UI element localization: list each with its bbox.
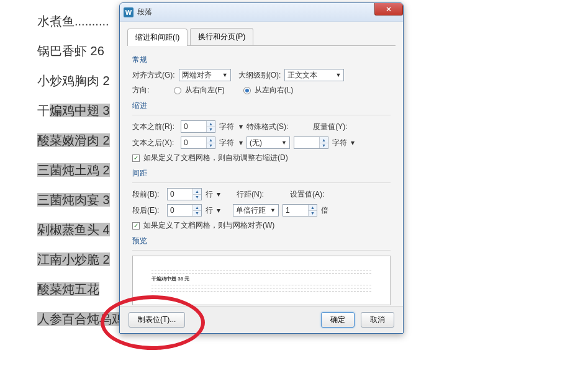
align-label: 对齐方式(G): bbox=[132, 70, 175, 81]
unit-char: 字符 bbox=[332, 138, 347, 148]
before-para-value: 0 bbox=[168, 189, 192, 200]
set-value-label: 设置值(A): bbox=[290, 189, 324, 200]
spin-down-icon[interactable]: ▼ bbox=[193, 211, 201, 217]
after-para-value: 0 bbox=[168, 205, 192, 216]
tabs-button[interactable]: 制表位(T)... bbox=[129, 312, 185, 328]
set-value-spinner[interactable]: 1 ▲▼ bbox=[283, 204, 317, 217]
spin-up-icon[interactable]: ▲ bbox=[320, 137, 328, 143]
paragraph-dialog: W 段落 ✕ 缩进和间距(I) 换行和分页(P) 常规 对齐方式(G): 两端对… bbox=[119, 2, 404, 334]
chevron-down-icon: ▼ bbox=[281, 140, 287, 146]
auto-indent-label: 如果定义了文档网格，则自动调整右缩进(D) bbox=[143, 153, 288, 163]
chevron-down-icon: ▼ bbox=[222, 72, 228, 78]
special-combo[interactable]: (无) ▼ bbox=[247, 136, 290, 149]
section-general: 常规 bbox=[132, 55, 391, 65]
spin-up-icon[interactable]: ▲ bbox=[207, 137, 215, 143]
rtl-label: 从右向左(F) bbox=[185, 85, 224, 96]
spin-down-icon[interactable]: ▼ bbox=[207, 143, 215, 149]
ok-button[interactable]: 确定 bbox=[321, 312, 355, 328]
line-spacing-combo[interactable]: 单倍行距 ▼ bbox=[233, 204, 279, 217]
align-value: 两端对齐 bbox=[182, 70, 212, 81]
spin-down-icon[interactable]: ▼ bbox=[320, 143, 328, 149]
before-text-label: 文本之前(R): bbox=[132, 122, 177, 132]
line-spacing-value: 单倍行距 bbox=[236, 205, 266, 216]
measure-value bbox=[294, 137, 319, 148]
titlebar[interactable]: W 段落 ✕ bbox=[120, 3, 403, 22]
section-spacing: 间距 bbox=[132, 168, 391, 179]
rtl-radio[interactable] bbox=[174, 87, 181, 94]
spin-down-icon[interactable]: ▼ bbox=[309, 211, 317, 217]
close-button[interactable]: ✕ bbox=[374, 3, 403, 16]
tab-line-page-breaks[interactable]: 换行和分页(P) bbox=[190, 28, 253, 45]
spin-down-icon[interactable]: ▼ bbox=[193, 195, 201, 200]
after-para-spinner[interactable]: 0 ▲▼ bbox=[167, 204, 202, 217]
ltr-label: 从左向右(L) bbox=[255, 85, 294, 96]
after-text-label: 文本之后(X): bbox=[132, 138, 177, 148]
align-combo[interactable]: 两端对齐 ▼ bbox=[179, 69, 231, 81]
measure-label: 度量值(Y): bbox=[313, 122, 347, 132]
before-text-value: 0 bbox=[181, 121, 206, 132]
line-spacing-label: 行距(N): bbox=[237, 189, 264, 200]
spin-down-icon[interactable]: ▼ bbox=[207, 127, 215, 133]
dialog-content: 常规 对齐方式(G): 两端对齐 ▼ 大纲级别(O): 正文文本 ▼ 方向: 从… bbox=[120, 46, 403, 309]
before-text-spinner[interactable]: 0 ▲▼ bbox=[181, 120, 215, 133]
outline-combo[interactable]: 正文文本 ▼ bbox=[284, 69, 344, 81]
align-grid-checkbox[interactable]: ✓ bbox=[132, 222, 140, 230]
tab-bar: 缩进和间距(I) 换行和分页(P) bbox=[127, 28, 396, 46]
unit-char: 字符 bbox=[219, 122, 234, 132]
spin-up-icon[interactable]: ▲ bbox=[309, 205, 317, 211]
cancel-button[interactable]: 取消 bbox=[361, 312, 394, 328]
direction-label: 方向: bbox=[132, 85, 149, 96]
special-label: 特殊格式(S): bbox=[247, 122, 288, 132]
set-value-value: 1 bbox=[283, 205, 308, 216]
spin-up-icon[interactable]: ▲ bbox=[193, 205, 201, 211]
outline-label: 大纲级别(O): bbox=[238, 70, 281, 81]
after-text-spinner[interactable]: 0 ▲▼ bbox=[181, 136, 215, 149]
spin-up-icon[interactable]: ▲ bbox=[207, 121, 215, 127]
section-preview: 预览 bbox=[132, 236, 391, 246]
chevron-down-icon: ▼ bbox=[270, 207, 276, 213]
dialog-footer: 制表位(T)... 确定 取消 bbox=[120, 306, 403, 333]
align-grid-label: 如果定义了文档网格，则与网格对齐(W) bbox=[143, 220, 274, 231]
auto-indent-checkbox[interactable]: ✓ bbox=[132, 154, 140, 162]
tab-indent-spacing[interactable]: 缩进和间距(I) bbox=[127, 29, 188, 46]
before-para-label: 段前(B): bbox=[132, 189, 163, 200]
after-para-label: 段后(E): bbox=[132, 205, 163, 216]
unit-times: 倍 bbox=[321, 205, 328, 216]
chevron-down-icon: ▼ bbox=[335, 72, 341, 78]
section-indent: 缩进 bbox=[132, 101, 391, 111]
close-icon: ✕ bbox=[386, 5, 392, 14]
unit-char: 字符 bbox=[219, 138, 234, 148]
ltr-radio[interactable] bbox=[243, 87, 251, 94]
outline-value: 正文文本 bbox=[287, 70, 317, 81]
dialog-title: 段落 bbox=[137, 7, 152, 17]
after-text-value: 0 bbox=[181, 137, 206, 148]
spin-up-icon[interactable]: ▲ bbox=[193, 189, 201, 195]
before-para-spinner[interactable]: 0 ▲▼ bbox=[167, 188, 202, 200]
unit-line: 行 bbox=[206, 205, 213, 216]
app-icon: W bbox=[124, 7, 133, 17]
measure-spinner[interactable]: ▲▼ bbox=[294, 136, 328, 149]
unit-line: 行 bbox=[206, 189, 213, 200]
special-value: (无) bbox=[250, 138, 262, 148]
preview-box: 干煸鸡中翅 38 元 bbox=[132, 256, 391, 305]
preview-sample-text: 干煸鸡中翅 38 元 bbox=[152, 276, 371, 282]
